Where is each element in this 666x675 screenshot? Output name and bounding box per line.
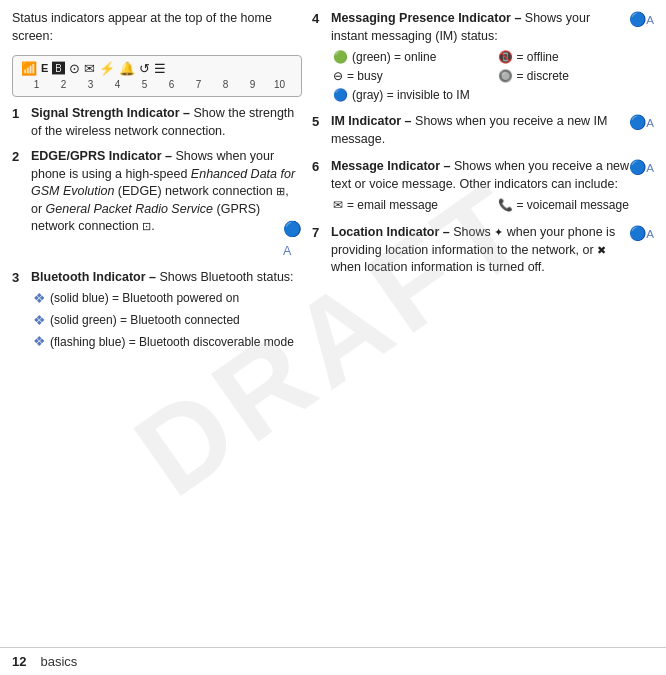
indicator-voicemail: 📞 = voicemail message (498, 197, 655, 214)
section-7-corner-icon: 🔵A (629, 224, 654, 244)
section-1: 1 Signal Strength Indicator – Show the s… (12, 105, 302, 140)
bluetooth-icon-3: ❖ (33, 332, 46, 352)
section-4-corner-icon: 🔵A (629, 10, 654, 30)
left-column: Status indicators appear at the top of t… (12, 10, 302, 647)
signal-icon: 📶 (21, 62, 37, 75)
indicator-email: ✉ = email message (333, 197, 490, 214)
section-6-indicators: ✉ = email message 📞 = voicemail message (333, 197, 654, 214)
section-4-title: Messaging Presence Indicator – (331, 11, 525, 25)
icon-numbers: 1 2 3 4 5 6 7 8 9 10 (21, 79, 293, 90)
section-5: 5 🔵A IM Indicator – Shows when you recei… (312, 113, 654, 148)
bluetooth-icon-1: ❖ (33, 289, 46, 309)
section-6-title: Message Indicator – (331, 159, 454, 173)
section-3-subitem-3: ❖ (flashing blue) = Bluetooth discoverab… (33, 332, 302, 352)
section-7-title: Location Indicator – (331, 225, 453, 239)
status-bar-image: 📶 E 🅱 ⊙ ✉ ⚡ 🔔 ↺ ☰ 1 2 3 4 5 6 (12, 55, 302, 97)
bluetooth-icon: 🅱 (52, 62, 65, 75)
rotation-icon: ↺ (139, 62, 150, 75)
section-4-indicators: 🟢 (green) = online 📵 = offline ⊖ = busy (333, 49, 654, 103)
section-3: 3 Bluetooth Indicator – Shows Bluetooth … (12, 269, 302, 354)
menu-icon: ☰ (154, 62, 166, 75)
edge-icon: E (41, 63, 48, 74)
busy-icon: ⊖ (333, 68, 343, 85)
offline-icon: 📵 (498, 49, 513, 66)
section-5-title: IM Indicator – (331, 114, 415, 128)
voicemail-icon: 📞 (498, 197, 513, 214)
bluetooth-icon-2: ❖ (33, 311, 46, 331)
section-3-title: Bluetooth Indicator – (31, 270, 159, 284)
indicator-discrete: 🔘 = discrete (498, 68, 655, 85)
email-icon: ✉ (333, 197, 343, 214)
section-3-subitem-1: ❖ (solid blue) = Bluetooth powered on (33, 289, 302, 309)
section-1-title: Signal Strength Indicator – (31, 106, 194, 120)
intro-text: Status indicators appear at the top of t… (12, 10, 302, 45)
indicator-busy: ⊖ = busy (333, 68, 490, 85)
indicator-online: 🟢 (green) = online (333, 49, 490, 66)
right-column: 4 🔵A Messaging Presence Indicator – Show… (312, 10, 654, 647)
presence-icon: ⊙ (69, 62, 80, 75)
section-2-title: EDGE/GPRS Indicator – (31, 149, 175, 163)
section-5-corner-icon: 🔵A (629, 113, 654, 133)
alarm-icon: 🔔 (119, 62, 135, 75)
footer-section-label: basics (40, 654, 77, 669)
footer-page-number: 12 (12, 654, 26, 669)
section-2: 2 EDGE/GPRS Indicator – Shows when your … (12, 148, 302, 261)
status-icons-row: 📶 E 🅱 ⊙ ✉ ⚡ 🔔 ↺ ☰ (21, 62, 293, 75)
mail-icon: ✉ (84, 62, 95, 75)
section-6: 6 🔵A Message Indicator – Shows when you … (312, 158, 654, 214)
footer: 12 basics (0, 647, 666, 675)
online-icon: 🟢 (333, 49, 348, 66)
section-4: 4 🔵A Messaging Presence Indicator – Show… (312, 10, 654, 103)
section-2-corner-icon: 🔵A (283, 218, 302, 261)
section-6-corner-icon: 🔵A (629, 158, 654, 178)
section-3-body: Shows Bluetooth status: (159, 270, 293, 284)
indicator-invisible: 🔵 (gray) = invisible to IM (333, 87, 654, 104)
indicator-offline: 📵 = offline (498, 49, 655, 66)
section-3-subitem-2: ❖ (solid green) = Bluetooth connected (33, 311, 302, 331)
sync-icon: ⚡ (99, 62, 115, 75)
section-3-subitems: ❖ (solid blue) = Bluetooth powered on ❖ … (33, 289, 302, 352)
invisible-icon: 🔵 (333, 87, 348, 104)
section-7: 7 🔵A Location Indicator – Shows ✦ when y… (312, 224, 654, 277)
discrete-icon: 🔘 (498, 68, 513, 85)
